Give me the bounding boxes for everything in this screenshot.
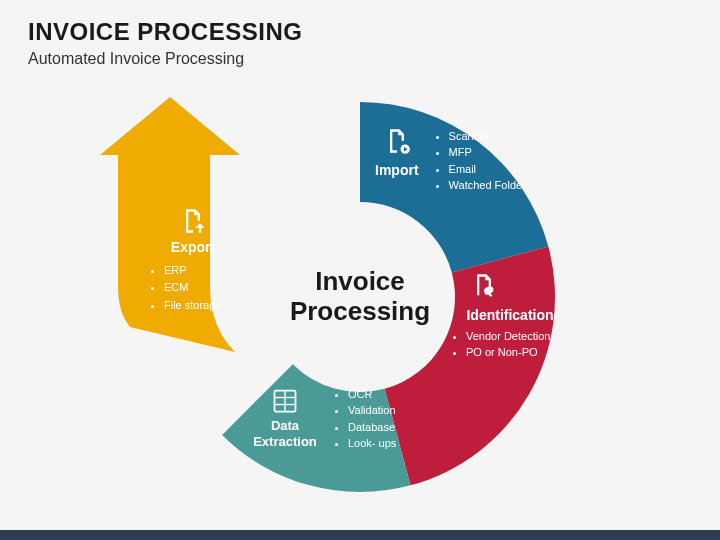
- import-item: MFP: [449, 145, 526, 159]
- center-label: Invoice Processing: [290, 267, 430, 327]
- import-label: Import: [375, 162, 419, 178]
- file-import-icon: [383, 127, 411, 155]
- import-item: Scanner: [449, 129, 526, 143]
- extraction-text-block: Data Extraction OCR Validation Database …: [250, 387, 450, 455]
- footer-bar: [0, 530, 720, 540]
- identification-item: Vendor Detection: [466, 329, 570, 343]
- extraction-item: Look- ups: [348, 436, 396, 450]
- export-item: File storage: [164, 298, 248, 313]
- export-text-block: Export ERP ECM File storage: [138, 207, 248, 315]
- import-item: Watched Folder: [449, 178, 526, 192]
- page-title: INVOICE PROCESSING: [28, 18, 692, 46]
- center-line2: Processing: [290, 297, 430, 327]
- process-diagram: Export ERP ECM File storage Import Scann…: [120, 57, 600, 537]
- file-upload-icon: [179, 207, 207, 235]
- form-icon: [271, 387, 299, 415]
- identification-text-block: Identification Vendor Detection PO or No…: [450, 272, 570, 362]
- center-line1: Invoice: [290, 267, 430, 297]
- import-item: Email: [449, 162, 526, 176]
- extraction-label: Data Extraction: [250, 418, 320, 449]
- export-item: ERP: [164, 263, 248, 278]
- export-label: Export: [138, 239, 248, 255]
- import-text-block: Import Scanner MFP Email Watched Folder: [375, 127, 555, 194]
- extraction-item: Database: [348, 420, 396, 434]
- export-item: ECM: [164, 280, 248, 295]
- extraction-item: OCR: [348, 387, 396, 401]
- identification-label: Identification: [450, 307, 570, 323]
- file-search-icon: [470, 272, 498, 300]
- identification-item: PO or Non-PO: [466, 345, 570, 359]
- extraction-item: Validation: [348, 403, 396, 417]
